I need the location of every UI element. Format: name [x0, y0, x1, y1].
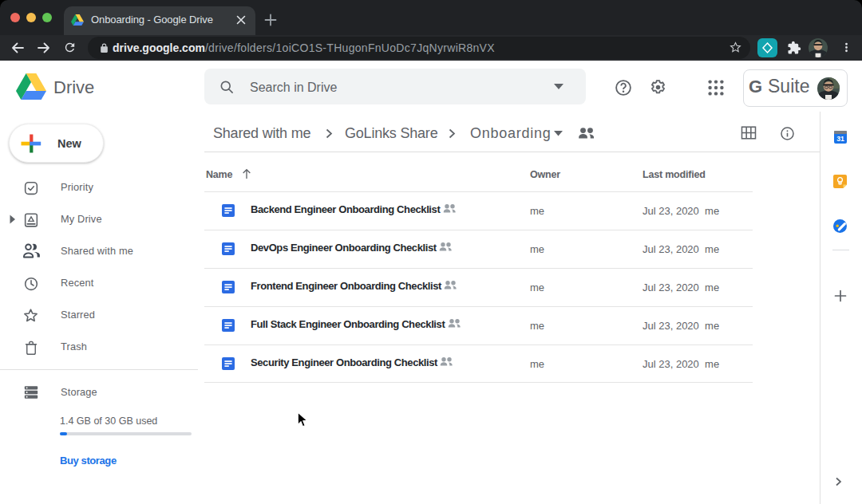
- svg-text:31: 31: [836, 135, 844, 143]
